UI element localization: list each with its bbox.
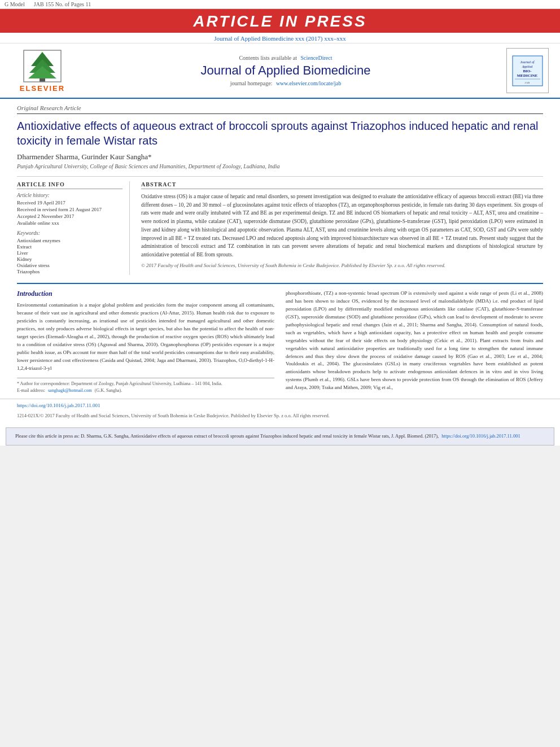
authors-text: Dharmender Sharma, Gurinder Kaur Sangha* xyxy=(17,152,152,161)
footnote-email-link[interactable]: sanghagk@hotmail.com xyxy=(48,388,92,393)
jab-issue: JAB 155 No. of Pages 11 xyxy=(34,1,91,7)
journal-info-line: Journal of Applied Biomedicine xxx (2017… xyxy=(0,33,560,43)
keyword-2: Extract xyxy=(17,244,123,250)
content-available-line: Contents lists available at ScienceDirec… xyxy=(73,55,498,61)
issn-text: 1214-021X/© 2017 Faculty of Health and S… xyxy=(17,413,330,418)
doi-link[interactable]: https://doi.org/10.1016/j.jab.2017.11.00… xyxy=(17,403,543,408)
journal-logo-area: Journal of Applied BIO- MEDICINE JAB xyxy=(498,48,549,93)
journal-logo-box: Journal of Applied BIO- MEDICINE JAB xyxy=(506,48,549,93)
keyword-3: Liver xyxy=(17,250,123,256)
keywords-label: Keywords: xyxy=(17,230,123,236)
keyword-1: Antioxidant enzymes xyxy=(17,238,123,243)
copyright-text: © 2017 Faculty of Health and Social Scie… xyxy=(141,263,543,268)
introduction-section: Introduction Environmental contamination… xyxy=(17,290,543,394)
journal-header: ELSEVIER Contents lists available at Sci… xyxy=(0,43,560,99)
journal-title: Journal of Applied Biomedicine xyxy=(73,63,498,78)
intro-col-right: phosphorothioate, (TZ) a non-systemic br… xyxy=(286,290,543,394)
science-direct-link[interactable]: ScienceDirect xyxy=(300,55,332,61)
affiliation: Punjab Agricultural University, College … xyxy=(17,163,543,169)
article-info-column: ARTICLE INFO Article history: Received 1… xyxy=(17,181,130,275)
intro-right-text: phosphorothioate, (TZ) a non-systemic br… xyxy=(286,290,543,392)
authors: Dharmender Sharma, Gurinder Kaur Sangha* xyxy=(17,152,543,161)
g-model-text: G Model xyxy=(5,1,25,7)
section-separator xyxy=(17,283,543,284)
elsevier-text: ELSEVIER xyxy=(20,84,65,93)
elsevier-logo-area: ELSEVIER xyxy=(11,49,73,93)
homepage-label: journal homepage: xyxy=(230,80,273,86)
revised-date: Received in revised form 21 August 2017 xyxy=(17,207,123,212)
keyword-5: Oxidative stress xyxy=(17,263,123,268)
svg-text:Journal of: Journal of xyxy=(520,60,535,64)
journal-homepage: journal homepage: www.elsevier.com/locat… xyxy=(73,80,498,86)
main-content: Original Research Article Antioxidative … xyxy=(0,99,560,394)
abstract-heading: ABSTRACT xyxy=(141,181,543,189)
banner-title: ARTICLE IN PRESS xyxy=(193,12,366,30)
footnote-email-suffix: (G.K. Sangha). xyxy=(95,388,122,393)
accepted-date: Accepted 2 November 2017 xyxy=(17,213,123,219)
received-date: Received 19 April 2017 xyxy=(17,200,123,206)
bottom-links: https://doi.org/10.1016/j.jab.2017.11.00… xyxy=(0,399,560,423)
footnote-area: * Author for correspondence: Department … xyxy=(17,378,274,394)
citation-box: Please cite this article in press as: D.… xyxy=(6,427,554,445)
history-label: Article history: xyxy=(17,193,123,198)
homepage-url[interactable]: www.elsevier.com/locate/jab xyxy=(276,80,341,86)
g-model-bar: G Model JAB 155 No. of Pages 11 xyxy=(0,0,560,9)
svg-text:Applied: Applied xyxy=(522,65,533,68)
article-type: Original Research Article xyxy=(17,99,543,114)
journal-header-center: Contents lists available at ScienceDirec… xyxy=(73,55,498,86)
journal-info-text: Journal of Applied Biomedicine xxx (2017… xyxy=(214,35,345,42)
footnote-email-label: E-mail address: xyxy=(17,388,45,393)
keyword-6: Triazophos xyxy=(17,269,123,274)
footnote-correspondence: * Author for correspondence: Department … xyxy=(17,381,274,387)
journal-logo-icon: Journal of Applied BIO- MEDICINE JAB xyxy=(512,55,543,86)
abstract-text: Oxidative stress (OS) is a major cause o… xyxy=(141,193,543,259)
keyword-4: Kidney xyxy=(17,256,123,262)
page: G Model JAB 155 No. of Pages 11 ARTICLE … xyxy=(0,0,560,445)
elsevier-logo: ELSEVIER xyxy=(11,49,73,93)
intro-left-text: Environmental contamination is a major g… xyxy=(17,302,274,372)
available-online: Available online xxx xyxy=(17,220,123,226)
article-info-abstract: ARTICLE INFO Article history: Received 1… xyxy=(17,176,543,275)
article-title: Antioxidative effects of aqueous extract… xyxy=(17,119,543,148)
introduction-heading: Introduction xyxy=(17,290,274,298)
abstract-column: ABSTRACT Oxidative stress (OS) is a majo… xyxy=(141,181,543,275)
footnote-email: E-mail address: sanghagk@hotmail.com (G.… xyxy=(17,387,274,394)
citation-doi-link[interactable]: https://doi.org/10.1016/j.jab.2017.11.00… xyxy=(441,433,520,439)
article-info-heading: ARTICLE INFO xyxy=(17,181,123,189)
svg-text:JAB: JAB xyxy=(525,81,531,84)
intro-col-left: Introduction Environmental contamination… xyxy=(17,290,274,394)
svg-text:BIO-: BIO- xyxy=(523,69,532,73)
content-label: Contents lists available at xyxy=(239,55,296,61)
elsevier-tree-icon xyxy=(23,49,62,83)
citation-text: Please cite this article in press as: D.… xyxy=(15,433,439,439)
svg-text:MEDICINE: MEDICINE xyxy=(517,73,538,78)
article-in-press-banner: ARTICLE IN PRESS xyxy=(0,9,560,33)
